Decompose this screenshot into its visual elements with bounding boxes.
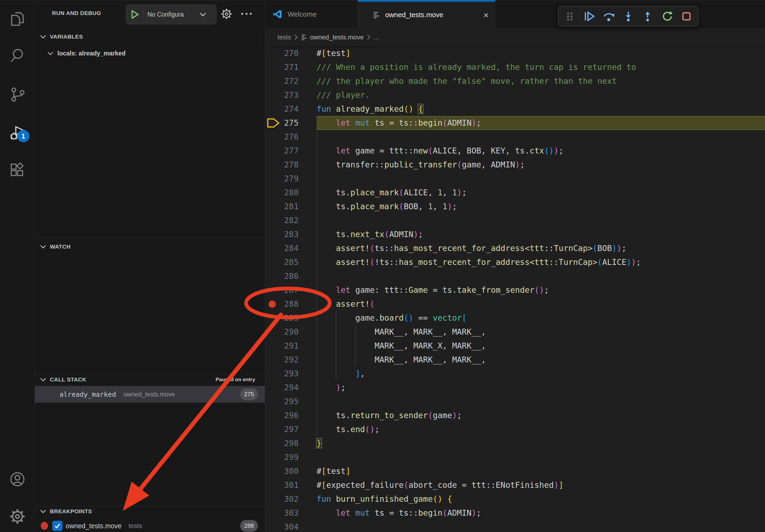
code-line[interactable]: 293 ], [265,367,765,381]
code-line[interactable]: 280 ts.place_mark(ALICE, 1, 1); [265,186,765,199]
run-and-debug-icon[interactable]: 1 [0,119,35,146]
code-editor[interactable]: 270#[test]271/// When a position is alre… [265,46,765,532]
line-number[interactable]: 290 [265,325,299,339]
code-line[interactable]: 297 ts.end(); [265,422,765,436]
breakpoint-checkbox[interactable] [52,521,62,531]
line-number[interactable]: 270 [265,46,299,60]
code-line[interactable]: 274fun already_marked() { [265,102,765,116]
line-number[interactable]: 280 [265,186,299,199]
code-line[interactable]: 282 [265,213,765,227]
section-breakpoints[interactable]: BREAKPOINTS [35,505,265,518]
line-number[interactable]: 302 [265,492,299,506]
drag-handle-icon[interactable] [564,10,576,22]
settings-gear-icon[interactable] [0,503,35,530]
code-line[interactable]: 287 let game: ttt::Game = ts.take_from_s… [265,283,765,297]
gear-icon[interactable] [220,8,233,20]
code-line[interactable]: 284 assert!(ts::has_most_recent_for_addr… [265,241,765,255]
breakpoint-row[interactable]: owned_tests.move tests 288 [35,519,265,532]
section-watch[interactable]: WATCH [35,240,265,253]
tab-owned-tests-move[interactable]: owned_tests.move × [358,0,495,28]
code-line[interactable]: 281 ts.place_mark(BOB, 1, 1); [265,199,765,213]
line-number[interactable]: 293 [265,367,299,381]
code-line[interactable]: 291 MARK__, MARK_X, MARK__, [265,339,765,353]
code-line[interactable]: 292 MARK__, MARK__, MARK__, [265,353,765,367]
code-line[interactable]: 279 [265,172,765,186]
line-number[interactable]: 301 [265,478,299,492]
line-number[interactable]: 300 [265,464,299,478]
code-line[interactable]: 277 let game = ttt::new(ALICE, BOB, KEY,… [265,144,765,158]
debug-config-dropdown[interactable]: No Configura [126,5,217,24]
line-number[interactable]: 275 [265,116,299,130]
variables-scope-row[interactable]: locals: already_marked [35,46,265,60]
code-line[interactable]: 289 game.board() == vector[ [265,311,765,325]
line-number[interactable]: 276 [265,130,299,144]
code-line[interactable]: 273/// player. [265,88,765,102]
code-line[interactable]: 278 transfer::public_transfer(game, ADMI… [265,158,765,172]
step-into-icon[interactable] [622,10,634,22]
code-line[interactable]: 275 let mut ts = ts::begin(ADMIN); [265,116,765,130]
line-number[interactable]: 271 [265,60,299,74]
line-number[interactable]: 294 [265,381,299,395]
code-line[interactable]: 303 let mut ts = ts::begin(ADMIN); [265,506,765,520]
restart-icon[interactable] [661,10,673,22]
code-line[interactable]: 286 [265,269,765,283]
more-actions-icon[interactable] [241,8,252,19]
line-number[interactable]: 277 [265,144,299,158]
line-number[interactable]: 274 [265,102,299,116]
line-number[interactable]: 295 [265,395,299,408]
code-line[interactable]: 302fun burn_unfinished_game() { [265,492,765,506]
step-out-icon[interactable] [642,10,653,22]
code-line[interactable]: 285 assert!(!ts::has_most_recent_for_add… [265,255,765,269]
line-number[interactable]: 286 [265,269,299,283]
code-line[interactable]: 276 [265,130,765,144]
code-line[interactable]: 272/// the player who made the "false" m… [265,74,765,88]
code-line[interactable]: 298} [265,436,765,450]
line-number[interactable]: 298 [265,436,299,450]
code-line[interactable]: 288 assert!( [265,297,765,311]
line-number[interactable]: 296 [265,408,299,422]
line-number[interactable]: 278 [265,158,299,172]
breadcrumb-file[interactable]: owned_tests.move [310,34,364,41]
start-debug-icon[interactable] [131,10,139,19]
code-line[interactable]: 283 ts.next_tx(ADMIN); [265,227,765,241]
code-line[interactable]: 299 [265,450,765,464]
line-number[interactable]: 273 [265,88,299,102]
section-variables[interactable]: VARIABLES [35,30,265,43]
code-line[interactable]: 295 [265,395,765,408]
line-number[interactable]: 287 [265,283,299,297]
code-line[interactable]: 300#[test] [265,464,765,478]
line-number[interactable]: 283 [265,227,299,241]
step-over-icon[interactable] [603,10,615,22]
stop-icon[interactable] [681,10,692,22]
line-number[interactable]: 284 [265,241,299,255]
line-number[interactable]: 303 [265,506,299,520]
line-number[interactable]: 281 [265,199,299,213]
extensions-icon[interactable] [0,157,35,183]
code-line[interactable]: 304 [265,520,765,532]
continue-icon[interactable] [583,10,595,22]
line-number[interactable]: 288 [265,297,299,311]
code-line[interactable]: 270#[test] [265,46,765,60]
tab-welcome[interactable]: Welcome [265,0,358,28]
breadcrumb-folder[interactable]: tests [278,34,291,41]
code-line[interactable]: 301#[expected_failure(abort_code = ttt::… [265,478,765,492]
line-number[interactable]: 279 [265,172,299,186]
line-number[interactable]: 299 [265,450,299,464]
line-number[interactable]: 292 [265,353,299,367]
code-line[interactable]: 271/// When a position is already marked… [265,60,765,74]
code-line[interactable]: 294 ); [265,381,765,395]
breadcrumb-symbol[interactable]: … [373,34,380,41]
line-number[interactable]: 282 [265,213,299,227]
line-number[interactable]: 285 [265,255,299,269]
call-stack-frame-row[interactable]: already_marked owned_tests.move 275 [35,386,265,402]
line-number[interactable]: 289 [265,311,299,325]
explorer-icon[interactable] [0,6,35,32]
close-icon[interactable]: × [483,10,489,20]
line-number[interactable]: 304 [265,520,299,532]
line-number[interactable]: 297 [265,422,299,436]
code-line[interactable]: 290 MARK__, MARK__, MARK__, [265,325,765,339]
source-control-icon[interactable] [0,81,35,108]
search-icon[interactable] [0,42,35,69]
code-line[interactable]: 296 ts.return_to_sender(game); [265,408,765,422]
line-number[interactable]: 291 [265,339,299,353]
